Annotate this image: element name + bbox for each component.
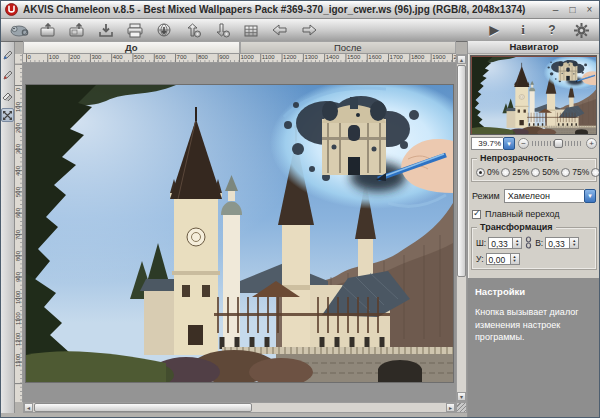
smooth-transition-row: ✓ Плавный переход: [468, 205, 600, 221]
minimize-button[interactable]: –: [550, 3, 561, 17]
navigator-title: Навигатор: [468, 41, 600, 54]
smooth-transition-label[interactable]: Плавный переход: [485, 209, 560, 219]
mode-label: Режим: [472, 191, 500, 201]
mode-row: Режим Хамелеон ▾: [468, 184, 600, 205]
zoom-out-button[interactable]: −: [518, 138, 529, 149]
vertical-scrollbar[interactable]: ▴ ▾: [456, 54, 467, 402]
keep-area-pencil-icon[interactable]: [1, 48, 14, 62]
opacity-radio[interactable]: [591, 168, 600, 177]
link-chain-icon[interactable]: [525, 236, 532, 249]
transform-label: Трансформация: [477, 222, 556, 232]
zoom-dropdown-icon[interactable]: ▾: [503, 137, 515, 150]
tool-palette: [1, 42, 15, 413]
maximize-button[interactable]: □: [567, 3, 578, 17]
workspace-grid-icon[interactable]: [238, 20, 264, 40]
undo-icon[interactable]: [267, 20, 293, 40]
resize-grip[interactable]: [456, 402, 467, 413]
editor-canvas[interactable]: [23, 63, 456, 402]
width-spinner[interactable]: ▲▼: [512, 237, 522, 249]
main-toolbar: ▶ i ?: [1, 19, 599, 42]
import-web-icon[interactable]: [151, 20, 177, 40]
width-field-label: Ш:: [476, 238, 486, 248]
angle-spinner[interactable]: ▲▼: [510, 253, 520, 265]
mode-dropdown-icon[interactable]: ▾: [584, 189, 596, 203]
window-title: AKVIS Chameleon v.8.5 - Best Mixed Wallp…: [23, 4, 544, 15]
horizontal-ruler: 0100200300400500600700800900100011001200…: [23, 54, 456, 63]
angle-field[interactable]: 0,00 ▲▼: [486, 253, 520, 265]
mode-value: Хамелеон: [504, 189, 584, 203]
save-result-icon[interactable]: [93, 20, 119, 40]
share-download-icon[interactable]: [209, 20, 235, 40]
help-icon[interactable]: ?: [539, 20, 565, 40]
opacity-group: Непрозрачность 0% 25% 50% 75% 100%: [471, 158, 597, 182]
hint-text: Кнопка вызывает диалог изменения настрое…: [475, 306, 593, 344]
settings-panel: Навигатор 39.7% ▾ − + Непрозрачность 0% …: [467, 41, 600, 417]
preferences-gear-icon[interactable]: [568, 20, 594, 40]
share-upload-icon[interactable]: [180, 20, 206, 40]
app-window: AKVIS Chameleon v.8.5 - Best Mixed Wallp…: [0, 0, 600, 418]
canvas-image[interactable]: [26, 85, 453, 382]
navigator-thumbnail[interactable]: [471, 56, 596, 134]
zoom-value: 39.7%: [471, 137, 503, 150]
scroll-right-icon[interactable]: ▸: [446, 403, 455, 412]
drop-area-pencil-icon[interactable]: [1, 68, 14, 82]
scroll-left-icon[interactable]: ◂: [24, 403, 33, 412]
angle-field-label: У:: [476, 254, 484, 264]
mode-combobox[interactable]: Хамелеон ▾: [504, 189, 596, 203]
opacity-label: Непрозрачность: [477, 153, 557, 163]
akvis-logo-icon: [5, 3, 18, 16]
horizontal-scroll-thumb[interactable]: [34, 403, 252, 412]
vertical-ruler: 0100200300400500600700800900100011001200…: [15, 54, 23, 402]
open-image-icon[interactable]: [35, 20, 61, 40]
zoom-in-button[interactable]: +: [586, 138, 597, 149]
scroll-up-icon[interactable]: ▴: [457, 55, 466, 64]
width-field[interactable]: 0,33 ▲▼: [488, 237, 522, 249]
smooth-transition-checkbox[interactable]: ✓: [472, 210, 481, 219]
height-spinner[interactable]: ▲▼: [569, 237, 579, 249]
opacity-option-label[interactable]: 50%: [542, 167, 559, 177]
opacity-radio[interactable]: [531, 168, 540, 177]
check-icon: ✓: [473, 208, 481, 218]
tab-after[interactable]: После: [240, 41, 457, 53]
opacity-option-label[interactable]: 75%: [572, 167, 589, 177]
vertical-scroll-thumb[interactable]: [457, 65, 466, 277]
tab-before[interactable]: До: [23, 41, 240, 53]
eraser-icon[interactable]: [1, 88, 14, 102]
transform-group: Трансформация Ш: 0,33 ▲▼ В: 0,33 ▲▼ У:: [471, 227, 597, 270]
run-icon[interactable]: ▶: [481, 20, 507, 40]
zoom-controls: 39.7% ▾ − +: [468, 136, 600, 152]
view-tabs: До После: [23, 41, 456, 54]
zoom-combobox[interactable]: 39.7% ▾: [471, 137, 515, 150]
chameleon-logo-icon: [6, 20, 32, 40]
opacity-radio[interactable]: [501, 168, 510, 177]
title-bar[interactable]: AKVIS Chameleon v.8.5 - Best Mixed Wallp…: [1, 1, 599, 19]
transform-tool-icon[interactable]: [1, 108, 14, 122]
hint-title: Настройки: [475, 286, 593, 297]
hint-area: Настройки Кнопка вызывает диалог изменен…: [468, 278, 600, 417]
opacity-option-label[interactable]: 25%: [512, 167, 529, 177]
print-icon[interactable]: [122, 20, 148, 40]
info-icon[interactable]: i: [510, 20, 536, 40]
close-button[interactable]: ×: [584, 3, 595, 17]
height-field[interactable]: 0,33 ▲▼: [545, 237, 579, 249]
horizontal-scrollbar[interactable]: ◂ ▸: [23, 402, 456, 413]
zoom-slider[interactable]: [532, 138, 583, 149]
scroll-down-icon[interactable]: ▾: [457, 392, 466, 401]
height-field-label: В:: [535, 238, 543, 248]
redo-icon[interactable]: [296, 20, 322, 40]
opacity-radio[interactable]: [561, 168, 570, 177]
opacity-radio[interactable]: [476, 168, 485, 177]
opacity-option-label[interactable]: 0%: [487, 167, 499, 177]
open-fragment-icon[interactable]: [64, 20, 90, 40]
zoom-slider-thumb[interactable]: [554, 139, 563, 148]
